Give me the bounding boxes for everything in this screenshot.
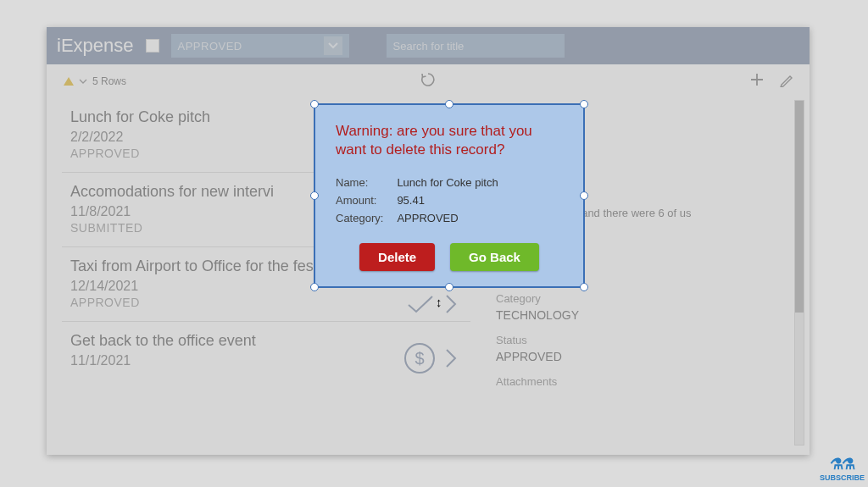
dialog-warning: Warning: are you sure that you want to d… (336, 122, 563, 159)
dialog-name-value: Lunch for Coke pitch (397, 176, 498, 189)
add-button[interactable] (748, 71, 765, 92)
edit-button[interactable] (779, 72, 794, 91)
resize-handle[interactable] (310, 191, 319, 200)
check-icon (406, 294, 435, 314)
item-date: 11/1/2021 (70, 353, 462, 368)
row-count: 5 Rows (64, 75, 126, 87)
item-status: APPROVED (70, 296, 462, 309)
header-bar: iExpense APPROVED (47, 27, 810, 64)
dna-icon: ⚗⚗ (830, 455, 854, 473)
dollar-icon: $ (404, 343, 435, 374)
filter-value: APPROVED (178, 40, 242, 53)
detail-attachments-label: Attachments (496, 375, 793, 388)
detail-status-label: Status (496, 334, 793, 346)
list-item[interactable]: Get back to the office event 11/1/2021 $ (62, 321, 470, 380)
scrollbar-thumb[interactable] (795, 101, 804, 313)
resize-cursor-icon: ↕ (436, 295, 442, 309)
filter-dropdown[interactable]: APPROVED (171, 34, 349, 58)
warning-icon (64, 77, 74, 86)
item-title: Get back to the office event (70, 332, 462, 350)
dialog-details: Name: Lunch for Coke pitch Amount: 95.41… (336, 171, 498, 230)
search-input[interactable] (387, 34, 565, 58)
delete-confirm-dialog: Warning: are you sure that you want to d… (314, 103, 585, 288)
resize-handle[interactable] (580, 100, 588, 108)
delete-button[interactable]: Delete (359, 243, 435, 271)
chevron-right-icon[interactable] (445, 348, 457, 368)
chevron-right-icon[interactable] (445, 294, 457, 314)
filter-checkbox[interactable] (146, 39, 159, 53)
dialog-amount-value: 95.41 (397, 194, 498, 207)
toolbar: 5 Rows (47, 64, 810, 98)
dialog-category-value: APPROVED (397, 212, 498, 224)
dialog-category-label: Category: (336, 212, 397, 224)
chevron-down-icon (79, 77, 87, 86)
detail-category-label: Category (496, 292, 793, 305)
app-title: iExpense (57, 35, 134, 57)
chevron-down-icon (324, 36, 342, 55)
dialog-amount-label: Amount: (336, 194, 397, 207)
detail-status-value: APPROVED (496, 350, 793, 363)
subscribe-badge[interactable]: ⚗⚗ SUBSCRIBE (820, 455, 865, 482)
scrollbar[interactable] (794, 100, 804, 445)
resize-handle[interactable] (310, 100, 319, 108)
go-back-button[interactable]: Go Back (450, 243, 539, 271)
resize-handle[interactable] (445, 100, 453, 108)
detail-category-value: TECHNOLOGY (496, 308, 793, 322)
dialog-name-label: Name: (336, 176, 397, 189)
refresh-button[interactable] (420, 71, 437, 91)
